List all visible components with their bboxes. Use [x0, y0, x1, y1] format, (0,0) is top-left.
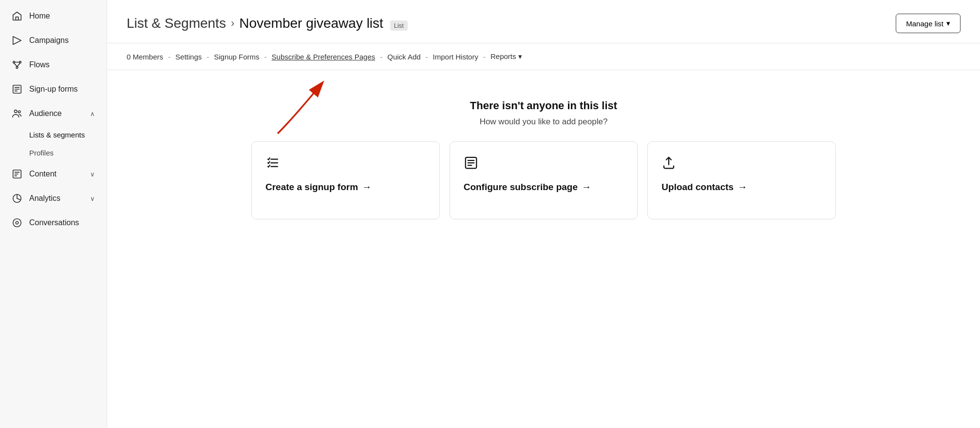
- subscribe-page-icon: [464, 156, 624, 174]
- sidebar-item-content-label: Content: [29, 170, 83, 178]
- analytics-chevron-icon: ∨: [90, 195, 95, 202]
- sidebar-item-content[interactable]: Content ∨: [0, 162, 107, 186]
- home-icon: [12, 11, 22, 21]
- upload-contacts-label: Upload contacts: [661, 182, 734, 193]
- empty-state-subtext: How would you like to add people?: [480, 117, 608, 127]
- content-chevron-icon: ∨: [90, 171, 95, 178]
- upload-contacts-arrow-icon: →: [737, 181, 747, 193]
- svg-point-20: [16, 221, 19, 224]
- subnav-settings[interactable]: Settings: [175, 52, 202, 62]
- list-type-badge: List: [390, 20, 408, 31]
- signup-forms-icon: [12, 84, 22, 95]
- upload-contacts-card-title: Upload contacts →: [661, 181, 822, 193]
- breadcrumb-current: November giveaway list List: [239, 16, 408, 31]
- sidebar-item-campaigns[interactable]: Campaigns: [0, 28, 107, 53]
- sidebar-item-conversations[interactable]: Conversations: [0, 211, 107, 235]
- configure-subscribe-page-card[interactable]: Configure subscribe page →: [450, 141, 638, 219]
- subnav-subscribe-preferences[interactable]: Subscribe & Preferences Pages: [272, 52, 376, 62]
- svg-marker-1: [13, 37, 21, 45]
- create-signup-form-card[interactable]: Create a signup form →: [251, 141, 440, 219]
- sidebar-item-home-label: Home: [29, 12, 95, 20]
- sidebar-item-flows-label: Flows: [29, 60, 95, 69]
- sidebar-item-campaigns-label: Campaigns: [29, 36, 95, 45]
- action-cards: Create a signup form → Conf: [251, 141, 836, 219]
- flows-icon: [12, 59, 22, 70]
- signup-form-arrow-icon: →: [362, 181, 372, 193]
- conversations-icon: [12, 217, 22, 228]
- svg-rect-0: [16, 17, 19, 20]
- subscribe-page-card-title: Configure subscribe page →: [464, 181, 624, 193]
- content-area: There isn't anyone in this list How woul…: [107, 70, 980, 428]
- audience-chevron-icon: ∧: [90, 110, 95, 117]
- sidebar-item-conversations-label: Conversations: [29, 218, 95, 227]
- breadcrumb-parent[interactable]: List & Segments: [127, 16, 226, 31]
- sub-navigation: 0 Members - Settings - Signup Forms - Su…: [107, 43, 980, 70]
- sidebar-sub-item-lists-segments[interactable]: Lists & segments: [0, 126, 107, 144]
- subnav-reports[interactable]: Reports ▾: [490, 51, 522, 62]
- analytics-icon: [12, 193, 22, 204]
- breadcrumb-separator: ›: [231, 17, 234, 30]
- signup-form-label: Create a signup form: [265, 182, 358, 193]
- audience-icon: [12, 108, 22, 119]
- empty-state: There isn't anyone in this list How woul…: [127, 99, 961, 219]
- upload-contacts-card[interactable]: Upload contacts →: [647, 141, 836, 219]
- sidebar-item-flows[interactable]: Flows: [0, 53, 107, 77]
- svg-point-13: [18, 111, 20, 113]
- sidebar-sub-item-profiles-label: Profiles: [29, 149, 54, 157]
- svg-point-12: [15, 110, 18, 113]
- sidebar-sub-item-lists-segments-label: Lists & segments: [29, 131, 85, 139]
- manage-list-chevron-icon: ▾: [946, 19, 950, 28]
- empty-state-heading: There isn't anyone in this list: [470, 99, 617, 112]
- svg-point-19: [13, 219, 21, 227]
- sidebar-sub-item-profiles[interactable]: Profiles: [0, 144, 107, 162]
- manage-list-label: Manage list: [906, 19, 943, 28]
- subscribe-page-arrow-icon: →: [582, 181, 591, 193]
- svg-line-7: [17, 63, 20, 66]
- breadcrumb: List & Segments › November giveaway list…: [127, 16, 408, 31]
- list-name: November giveaway list: [239, 16, 383, 31]
- subnav-members[interactable]: 0 Members: [127, 52, 163, 62]
- manage-list-button[interactable]: Manage list ▾: [896, 14, 961, 33]
- main-content: List & Segments › November giveaway list…: [107, 0, 980, 428]
- sidebar-item-audience[interactable]: Audience ∧: [0, 101, 107, 126]
- sidebar-item-analytics[interactable]: Analytics ∨: [0, 186, 107, 211]
- sidebar-item-home[interactable]: Home: [0, 4, 107, 28]
- upload-contacts-icon: [661, 156, 822, 174]
- sidebar-item-audience-label: Audience: [29, 109, 83, 118]
- subscribe-page-label: Configure subscribe page: [464, 182, 578, 193]
- subnav-import-history[interactable]: Import History: [433, 52, 478, 62]
- signup-form-icon: [265, 156, 426, 174]
- page-header: List & Segments › November giveaway list…: [107, 0, 980, 43]
- signup-form-card-title: Create a signup form →: [265, 181, 426, 193]
- campaigns-icon: [12, 35, 22, 46]
- sidebar-item-analytics-label: Analytics: [29, 194, 83, 203]
- sidebar: Home Campaigns Flows: [0, 0, 107, 428]
- content-icon: [12, 169, 22, 179]
- svg-line-6: [14, 63, 17, 66]
- sidebar-item-signup-forms[interactable]: Sign-up forms: [0, 77, 107, 101]
- subnav-signup-forms[interactable]: Signup Forms: [214, 52, 259, 62]
- sidebar-item-signup-forms-label: Sign-up forms: [29, 85, 95, 94]
- subnav-quick-add[interactable]: Quick Add: [387, 52, 420, 62]
